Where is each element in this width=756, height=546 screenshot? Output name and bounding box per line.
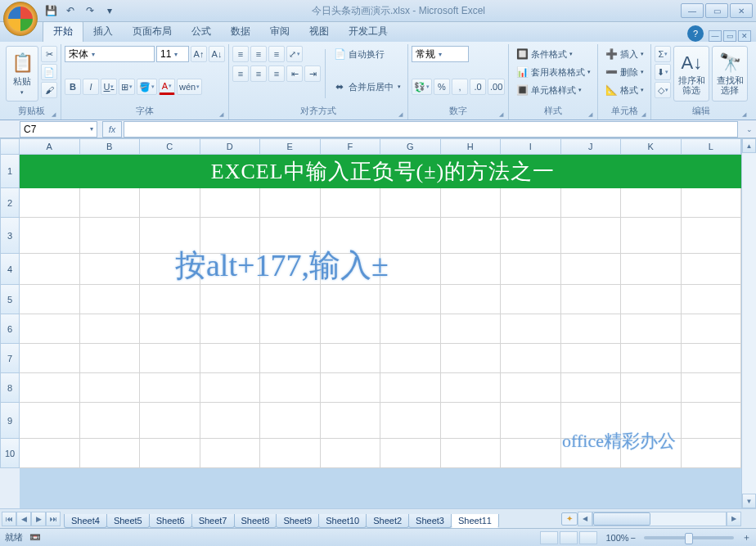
cell[interactable] — [682, 188, 742, 218]
align-right-button[interactable]: ≡ — [268, 65, 285, 82]
cell[interactable] — [501, 439, 561, 468]
cell[interactable] — [20, 285, 80, 314]
delete-cells-button[interactable]: ➖删除▾ — [601, 64, 647, 80]
cell[interactable] — [80, 285, 141, 314]
cell[interactable] — [441, 439, 502, 468]
cell[interactable] — [140, 285, 200, 314]
minimize-button[interactable]: — — [681, 3, 704, 18]
cell[interactable] — [20, 254, 80, 285]
cell[interactable] — [260, 403, 321, 439]
cell[interactable] — [441, 188, 502, 218]
first-sheet-button[interactable]: ⏮ — [2, 512, 16, 526]
cell[interactable] — [380, 218, 441, 254]
wrap-text-button[interactable]: 📄自动换行 — [330, 46, 404, 62]
cell[interactable] — [682, 439, 742, 468]
cell[interactable] — [200, 188, 261, 218]
cell[interactable] — [501, 218, 561, 254]
align-center-button[interactable]: ≡ — [250, 65, 267, 82]
cell[interactable] — [20, 403, 80, 439]
zoom-out-button[interactable]: − — [631, 533, 636, 543]
cell[interactable] — [621, 254, 682, 285]
cell[interactable] — [260, 285, 321, 314]
maximize-button[interactable]: ▭ — [705, 3, 728, 18]
cell[interactable] — [80, 373, 141, 403]
cell[interactable] — [561, 344, 622, 373]
cell[interactable] — [321, 439, 381, 468]
underline-button[interactable]: U — [101, 79, 117, 95]
cut-button[interactable]: ✂ — [41, 46, 57, 62]
column-header[interactable]: E — [260, 138, 321, 155]
cell[interactable] — [321, 344, 381, 373]
cell[interactable] — [441, 285, 502, 314]
row-header[interactable]: 2 — [0, 188, 20, 218]
cell[interactable] — [501, 403, 561, 439]
cell[interactable] — [140, 188, 200, 218]
help-button[interactable]: ? — [687, 25, 704, 42]
find-select-button[interactable]: 🔭查找和 选择 — [712, 46, 748, 102]
row-header[interactable]: 5 — [0, 285, 20, 314]
font-color-button[interactable]: A — [159, 79, 175, 95]
sheet-tab[interactable]: Sheet7 — [191, 514, 235, 528]
row-header[interactable]: 3 — [0, 218, 20, 254]
cell[interactable] — [321, 188, 381, 218]
decrease-indent-button[interactable]: ⇤ — [286, 65, 303, 82]
cell[interactable] — [441, 254, 502, 285]
cell[interactable] — [20, 344, 80, 373]
doc-close-button[interactable]: ✕ — [738, 30, 751, 42]
cell[interactable] — [321, 285, 381, 314]
office-button[interactable] — [3, 2, 38, 36]
sheet-tab[interactable]: Sheet10 — [318, 514, 367, 528]
cell[interactable] — [441, 373, 502, 403]
cell[interactable] — [561, 373, 622, 403]
cell[interactable] — [441, 314, 502, 344]
cell[interactable] — [380, 344, 441, 373]
cell[interactable] — [561, 188, 622, 218]
cell[interactable] — [380, 403, 441, 439]
italic-button[interactable]: I — [83, 79, 99, 95]
cell[interactable] — [80, 254, 141, 285]
cell[interactable] — [80, 344, 141, 373]
cell[interactable] — [20, 439, 80, 468]
cell[interactable] — [80, 403, 141, 439]
cell[interactable] — [260, 373, 321, 403]
cell[interactable] — [621, 373, 682, 403]
zoom-slider[interactable] — [644, 536, 734, 539]
cell[interactable] — [561, 285, 622, 314]
sheet-tab[interactable]: Sheet5 — [106, 514, 150, 528]
row-header[interactable]: 10 — [0, 439, 20, 468]
hscroll-thumb[interactable] — [593, 512, 650, 526]
cell[interactable] — [561, 314, 622, 344]
sheet-tab[interactable]: Sheet6 — [149, 514, 192, 528]
format-painter-button[interactable]: 🖌 — [41, 82, 57, 98]
doc-restore-button[interactable]: ▭ — [723, 30, 736, 42]
clear-button[interactable]: ◇ — [655, 82, 671, 98]
cell[interactable] — [621, 188, 682, 218]
column-header[interactable]: B — [80, 138, 141, 155]
cell[interactable] — [260, 314, 321, 344]
column-header[interactable]: J — [561, 138, 622, 155]
cell[interactable] — [682, 344, 742, 373]
column-header[interactable]: H — [441, 138, 502, 155]
cell[interactable] — [20, 218, 80, 254]
sort-filter-button[interactable]: A↓排序和 筛选 — [673, 46, 709, 102]
cell[interactable] — [682, 403, 742, 439]
cell[interactable] — [501, 373, 561, 403]
tab-home[interactable]: 开始 — [43, 20, 83, 42]
cell[interactable] — [140, 439, 200, 468]
cell[interactable] — [682, 285, 742, 314]
cell[interactable] — [561, 218, 622, 254]
cell[interactable] — [80, 188, 141, 218]
grow-font-button[interactable]: A↑ — [191, 46, 207, 62]
fill-button[interactable]: ⬇ — [655, 64, 671, 80]
close-button[interactable]: ✕ — [730, 3, 753, 18]
cell[interactable] — [621, 285, 682, 314]
cell[interactable] — [501, 254, 561, 285]
conditional-format-button[interactable]: 🔲条件格式▾ — [512, 46, 594, 62]
phonetic-button[interactable]: wén — [177, 79, 202, 95]
qat-more-icon[interactable]: ▾ — [101, 2, 118, 19]
new-sheet-button[interactable]: ✦ — [561, 512, 578, 526]
row-header[interactable]: 6 — [0, 314, 20, 344]
tab-layout[interactable]: 页面布局 — [123, 21, 182, 42]
tab-insert[interactable]: 插入 — [83, 21, 123, 42]
last-sheet-button[interactable]: ⏭ — [46, 512, 61, 526]
